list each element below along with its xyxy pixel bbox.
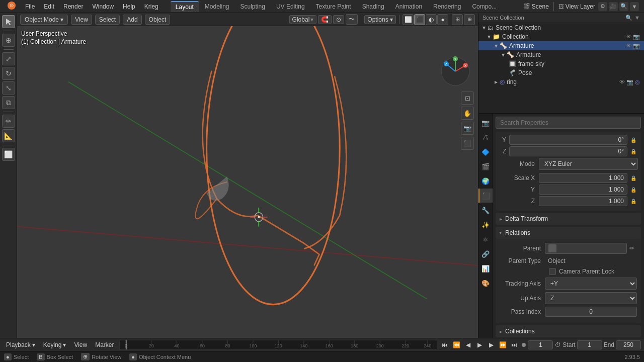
workspace-compositing[interactable]: Compo... [467, 2, 502, 12]
object-menu-btn[interactable]: Object [145, 15, 171, 25]
view-menu-btn[interactable]: View [71, 15, 92, 25]
rotation-y-lock[interactable]: 🔒 [629, 135, 638, 144]
workspace-modeling[interactable]: Modeling [200, 2, 234, 12]
scene-props-btn[interactable]: ⚙ [598, 2, 607, 11]
transform-tool-btn[interactable]: ⧉ [2, 96, 15, 109]
collection-vis-icon[interactable]: 👁 [626, 34, 631, 40]
rotation-z-lock[interactable]: 🔒 [629, 147, 638, 156]
workspace-uv-editing[interactable]: UV Editing [271, 2, 310, 12]
relations-header[interactable]: ▸ Relations [496, 227, 641, 239]
workspace-texture-paint[interactable]: Texture Paint [311, 2, 356, 12]
wire-shading-btn[interactable]: ⬜ [403, 14, 414, 25]
parent-field[interactable] [545, 243, 627, 254]
scale-x-lock[interactable]: 🔒 [629, 173, 638, 183]
end-frame-input[interactable] [616, 340, 641, 349]
outliner-search-icon[interactable]: 🔍 [625, 15, 632, 21]
ring-render-icon[interactable]: 📷 [626, 79, 633, 85]
options-btn[interactable]: Options ▾ [364, 15, 396, 24]
scale-x-input[interactable] [539, 173, 627, 183]
rotation-y-input[interactable] [509, 135, 627, 145]
navigation-gizmo[interactable]: Y Z X [440, 56, 470, 86]
tracking-axis-dropdown[interactable]: +Y +X -X -Y +Z -Z [545, 278, 637, 290]
camera-lock-checkbox[interactable] [549, 268, 556, 275]
keying-menu[interactable]: Keying ▾ [40, 340, 69, 349]
outliner-filter-icon[interactable]: ▼ [634, 15, 640, 21]
add-menu-btn[interactable]: Add [123, 15, 141, 25]
prop-tab-data[interactable]: 📊 [478, 261, 493, 276]
gizmo-btn[interactable]: ⊕ [464, 14, 475, 25]
armature-vis-icon[interactable]: 👁 [626, 43, 631, 49]
next-frame-btn[interactable]: ▶ [486, 339, 497, 350]
prop-tab-object[interactable]: ⬛ [478, 189, 493, 203]
move-tool-btn[interactable]: ⤢ [2, 52, 15, 65]
prop-tab-material[interactable]: 🎨 [478, 276, 493, 290]
prop-search-input[interactable] [496, 117, 641, 129]
start-frame-input[interactable] [577, 340, 602, 349]
outliner-item-collection[interactable]: ▾ 📁 Collection 👁 📷 [478, 32, 644, 41]
workspace-rendering[interactable]: Rendering [428, 2, 466, 12]
up-axis-dropdown[interactable]: Z X Y [545, 292, 637, 304]
menu-window[interactable]: Window [88, 2, 118, 11]
view-menu[interactable]: View [71, 340, 90, 349]
prop-tab-render[interactable]: 📷 [478, 116, 493, 130]
prev-frame-btn[interactable]: ◀ [462, 339, 473, 350]
jump-start-btn[interactable]: ⏮ [439, 339, 450, 350]
outliner-item-scene-collection[interactable]: ▾ 🗂 Scene Collection [478, 23, 644, 32]
search-btn[interactable]: 🔍 [619, 2, 628, 11]
menu-help[interactable]: Help [119, 2, 139, 11]
timeline-ruler[interactable]: 0 20 40 60 80 100 120 140 160 180 [119, 340, 438, 350]
prop-tab-output[interactable]: 🖨 [478, 130, 493, 144]
collections-header[interactable]: ▸ Collections [496, 325, 641, 337]
select-tool-btn[interactable] [2, 15, 15, 28]
filter-btn[interactable]: ▼ [630, 2, 639, 11]
pass-index-input[interactable] [545, 307, 637, 317]
next-keyframe-btn[interactable]: ⏩ [497, 339, 508, 350]
viewport-canvas-area[interactable]: User Perspective (1) Collection | Armatu… [17, 26, 478, 338]
camera-view-btn[interactable]: 📷 [461, 122, 474, 135]
collection-render-icon[interactable]: 📷 [633, 34, 640, 40]
current-frame-input[interactable] [528, 340, 553, 349]
cursor-tool-btn[interactable]: ⊕ [2, 34, 15, 47]
hand-btn[interactable]: ✋ [461, 107, 474, 120]
outliner-item-framesky[interactable]: 🔲 frame sky [478, 59, 644, 68]
workspace-animation[interactable]: Animation [390, 2, 427, 12]
snap-btn[interactable]: 🧲 [318, 15, 332, 24]
parent-edit-btn[interactable]: ✏ [627, 243, 637, 253]
menu-render[interactable]: Render [59, 2, 87, 11]
prop-tab-scene[interactable]: 🎬 [478, 159, 493, 173]
workspace-shading[interactable]: Shading [357, 2, 389, 12]
menu-file[interactable]: File [21, 2, 39, 11]
menu-krieg[interactable]: Krieg [140, 2, 163, 11]
scale-z-lock[interactable]: 🔒 [629, 197, 638, 206]
outliner-item-ring[interactable]: ▸ ◎ ring 👁 📷 ◎ [478, 77, 644, 86]
zoom-to-fit-btn[interactable]: ⊡ [461, 92, 474, 105]
prop-tab-world[interactable]: 🌍 [478, 174, 493, 188]
rotation-mode-dropdown[interactable]: XYZ Euler [539, 158, 638, 170]
render-shading-btn[interactable]: ● [437, 14, 448, 25]
outliner-item-pose[interactable]: 🦿 Pose [478, 68, 644, 77]
outliner-item-armature-data[interactable]: ▾ 🦴 Armature [478, 50, 644, 59]
prop-tab-particles[interactable]: ✨ [478, 218, 493, 232]
grid-view-btn[interactable]: ⬛ [461, 137, 474, 150]
prop-tab-constraints[interactable]: 🔗 [478, 247, 493, 261]
outliner-item-armature[interactable]: ▾ 🦴 Armature 👁 📷 [478, 41, 644, 50]
ring-vis-icon[interactable]: 👁 [619, 79, 625, 85]
menu-edit[interactable]: Edit [40, 2, 58, 11]
render-btn[interactable]: 🎥 [609, 2, 618, 11]
menu-blender-icon[interactable]: ⊙ [3, 0, 20, 13]
delta-transform-header[interactable]: ▸ Delta Transform [496, 213, 641, 225]
rotation-z-input[interactable] [509, 146, 627, 156]
rotate-tool-btn[interactable]: ↻ [2, 67, 15, 80]
annotate-tool-btn[interactable]: ✏ [2, 115, 15, 128]
playback-menu[interactable]: Playback ▾ [3, 340, 38, 349]
jump-end-btn[interactable]: ⏭ [509, 339, 520, 350]
object-mode-dropdown[interactable]: Object Mode ▾ [20, 15, 68, 25]
select-menu-btn[interactable]: Select [95, 15, 120, 25]
proportional-btn[interactable]: ⊙ [333, 15, 344, 24]
prop-tab-view-layer[interactable]: 🔷 [478, 145, 493, 159]
prev-keyframe-btn[interactable]: ⏪ [451, 339, 462, 350]
scale-z-input[interactable] [539, 196, 627, 206]
add-cube-tool-btn[interactable]: ⬜ [2, 148, 15, 161]
marker-menu[interactable]: Marker [92, 340, 117, 349]
prop-tab-modifiers[interactable]: 🔧 [478, 203, 493, 217]
